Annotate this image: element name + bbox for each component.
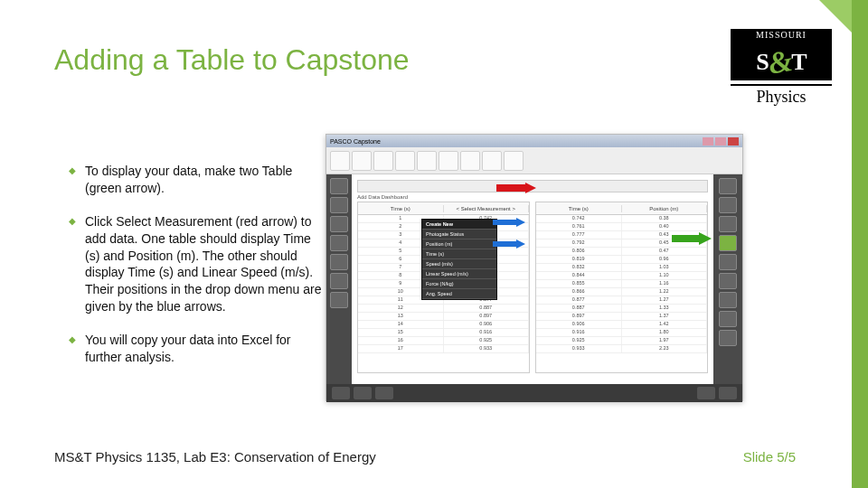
tool-icon[interactable] xyxy=(719,311,737,327)
table-cell: 15 xyxy=(358,329,444,336)
footer-button[interactable] xyxy=(719,387,737,399)
window-titlebar: PASCO Capstone xyxy=(326,135,742,147)
footer-button[interactable] xyxy=(354,387,372,399)
tool-icon[interactable] xyxy=(330,178,348,194)
table-cell: 0.887 xyxy=(444,305,530,312)
column-header[interactable]: Time (s) xyxy=(358,205,444,212)
table-row: 0.8871.33 xyxy=(536,305,707,313)
table-cell: 0.925 xyxy=(444,337,530,344)
dropdown-item[interactable]: Position (m) xyxy=(422,239,496,249)
table-cell: 0.742 xyxy=(536,215,622,222)
column-header[interactable]: Position (m) xyxy=(622,205,708,212)
logo-top-text: MISSOURI xyxy=(731,29,832,41)
toolbar-button[interactable] xyxy=(417,151,437,171)
toolbar-button[interactable] xyxy=(504,151,524,171)
table-cell: 1.27 xyxy=(622,296,708,304)
blue-arrow-icon xyxy=(493,218,525,227)
table-cell: 0.819 xyxy=(536,256,622,263)
capstone-screenshot: PASCO Capstone xyxy=(326,134,743,401)
window-title: PASCO Capstone xyxy=(330,138,381,145)
table-cell: 0.47 xyxy=(622,248,708,255)
table-cell: 0.777 xyxy=(536,231,622,239)
red-arrow-icon xyxy=(496,183,536,193)
tool-icon[interactable] xyxy=(330,273,348,289)
table-cell: 1.42 xyxy=(622,321,708,328)
table-cell: 0.887 xyxy=(536,305,622,312)
logo-divider xyxy=(731,84,832,86)
table-row: 0.8971.37 xyxy=(536,313,707,321)
tool-icon[interactable] xyxy=(330,254,348,270)
toolbar-button[interactable] xyxy=(395,151,415,171)
select-measurement-header[interactable]: < Select Measurement > xyxy=(444,205,530,212)
toolbar-button[interactable] xyxy=(373,151,393,171)
green-arrow-icon xyxy=(672,232,712,245)
column-header[interactable]: Time (s) xyxy=(536,205,622,212)
table-cell: 0.925 xyxy=(536,337,622,344)
toolbar-button[interactable] xyxy=(330,151,350,171)
table-cell: 14 xyxy=(358,321,444,328)
measurement-dropdown[interactable]: Create New Photogate Status Position (m)… xyxy=(421,219,497,300)
toolbar-button[interactable] xyxy=(460,151,480,171)
minimize-icon[interactable] xyxy=(703,137,713,145)
table-cell: 13 xyxy=(358,313,444,320)
dropdown-item[interactable]: Photogate Status xyxy=(422,230,496,239)
tool-icon[interactable] xyxy=(330,292,348,308)
tool-icon[interactable] xyxy=(719,178,737,194)
table-row: 0.9251.97 xyxy=(536,337,707,345)
table-row: 0.7420.38 xyxy=(536,215,707,223)
table-cell: 0.844 xyxy=(536,272,622,279)
workspace-label: Add Data Dashboard xyxy=(357,194,708,200)
dropdown-item[interactable]: Force (N/kg) xyxy=(422,279,496,289)
table-header: Time (s) Position (m) xyxy=(536,202,707,215)
tool-icon[interactable] xyxy=(330,216,348,232)
toolbar-button[interactable] xyxy=(352,151,372,171)
table-cell: 0.897 xyxy=(536,313,622,320)
logo-ampersand: & xyxy=(766,43,795,81)
table-row: 0.8441.10 xyxy=(536,272,707,280)
tool-icon[interactable] xyxy=(719,216,737,232)
data-table-1: Time (s) < Select Measurement > 10.74220… xyxy=(357,202,530,373)
maximize-icon[interactable] xyxy=(715,137,726,145)
table-cell: 17 xyxy=(358,345,444,352)
tool-icon[interactable] xyxy=(719,254,737,270)
record-button[interactable] xyxy=(332,387,350,399)
accent-corner xyxy=(819,0,852,33)
table-cell: 1.33 xyxy=(622,305,708,312)
table-row: 0.9161.80 xyxy=(536,329,707,337)
table-row: 160.925 xyxy=(358,337,529,345)
dropdown-item[interactable]: Speed (m/s) xyxy=(422,259,496,269)
svg-marker-0 xyxy=(496,183,536,193)
dropdown-item[interactable]: Linear Speed (m/s) xyxy=(422,269,496,279)
table-cell: 0.96 xyxy=(622,256,708,263)
table-row: 140.906 xyxy=(358,321,529,329)
table-cell: 0.906 xyxy=(536,321,622,328)
footer-button[interactable] xyxy=(697,387,715,399)
close-icon[interactable] xyxy=(728,137,739,145)
table-row: 120.887 xyxy=(358,305,529,313)
tool-icon[interactable] xyxy=(719,273,737,289)
accent-bar xyxy=(852,0,868,488)
tool-icon[interactable] xyxy=(719,197,737,213)
table-cell: 1.10 xyxy=(622,272,708,279)
tool-icon[interactable] xyxy=(719,330,737,346)
table-row: 0.8551.16 xyxy=(536,280,707,288)
logo-main: S&T xyxy=(731,41,832,80)
table-cell: 0.933 xyxy=(536,345,622,352)
right-toolbox xyxy=(713,174,742,384)
dropdown-item[interactable]: Time (s) xyxy=(422,249,496,259)
dropdown-item[interactable]: Ang. Speed xyxy=(422,289,496,299)
svg-marker-1 xyxy=(493,218,525,227)
table-cell: 0.866 xyxy=(536,288,622,296)
table-cell: 1.03 xyxy=(622,264,708,271)
table-cell: 0.916 xyxy=(444,329,530,336)
table-cell: 0.38 xyxy=(622,215,708,222)
tool-icon[interactable] xyxy=(719,292,737,308)
university-logo: MISSOURI S&T Physics xyxy=(731,29,832,107)
footer-button[interactable] xyxy=(375,387,393,399)
tool-icon[interactable] xyxy=(330,197,348,213)
tool-icon[interactable] xyxy=(330,235,348,251)
toolbar-button[interactable] xyxy=(439,151,458,171)
table-row: 0.8190.96 xyxy=(536,256,707,264)
table-tool-icon[interactable] xyxy=(719,235,737,251)
toolbar-button[interactable] xyxy=(482,151,502,171)
